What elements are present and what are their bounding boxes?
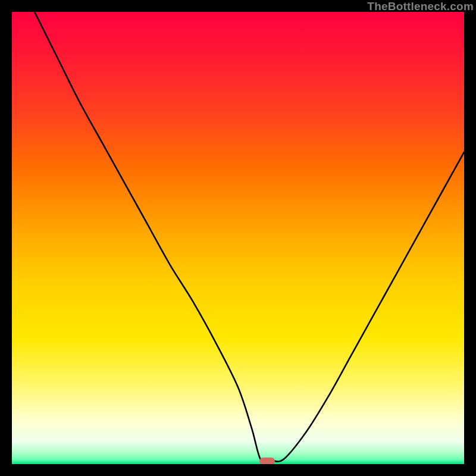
plot-area <box>12 12 464 464</box>
optimal-marker <box>259 458 275 464</box>
watermark-label: TheBottleneck.com <box>367 0 474 13</box>
chart-frame: TheBottleneck.com <box>0 0 476 476</box>
bottleneck-curve <box>12 12 464 464</box>
